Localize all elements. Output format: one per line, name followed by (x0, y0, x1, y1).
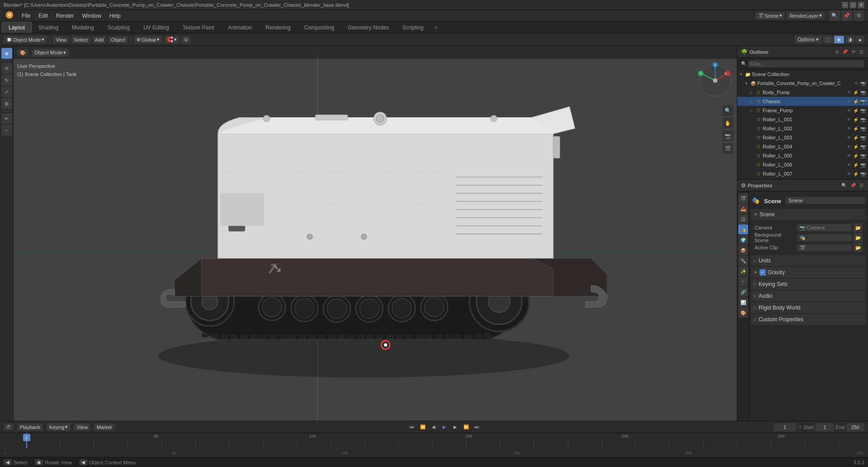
zoom-in-button[interactable]: 🔍 (722, 105, 733, 116)
camera-view[interactable]: 📷 (722, 130, 733, 141)
jump-next-frame-button[interactable]: ▶ (451, 423, 460, 432)
timeline-view-menu[interactable]: View (74, 424, 90, 431)
chassis-eye[interactable]: 👁 (846, 99, 852, 105)
outliner-item-roller-l-003[interactable]: ▽ Roller_L_003 👁 ⚡ 📷 (737, 133, 868, 142)
next-keyframe-button[interactable]: ⏩ (462, 423, 471, 432)
background-scene-browse-btn[interactable]: 📂 (854, 233, 863, 242)
prop-tab-world[interactable]: 🌍 (738, 235, 748, 245)
close-button[interactable]: ✕ (858, 2, 864, 8)
object-mode-selector[interactable]: Object Mode ▾ (32, 49, 69, 57)
tab-rendering[interactable]: Rendering (259, 22, 297, 33)
transform-orientation[interactable]: ⊕ Global ▾ (134, 36, 162, 43)
scene-name-input[interactable]: Scene (786, 197, 865, 204)
select-menu[interactable]: Select (71, 36, 90, 43)
outliner-item-frame-pump[interactable]: ▷ ▽ Frame_Pump 👁 ⚡ 📷 (737, 106, 868, 115)
view-menu[interactable]: View (53, 36, 69, 43)
measure-tool[interactable]: ↔ (1, 125, 12, 136)
prop-tab-view-layer[interactable]: 🖼 (738, 214, 748, 224)
vis-render-icon[interactable]: 📷 (860, 81, 866, 86)
units-section-header[interactable]: ▷ Units (751, 255, 866, 266)
properties-pin-icon[interactable]: 📌 (849, 182, 857, 189)
camera-browse-btn[interactable]: 📂 (854, 223, 863, 232)
wireframe-shading[interactable]: ⬚ (823, 36, 833, 43)
keying-sets-section-header[interactable]: ▷ Keying Sets (751, 279, 866, 290)
prev-keyframe-button[interactable]: ⏪ (418, 423, 427, 432)
current-frame-input[interactable]: 1 (774, 423, 796, 431)
viewport[interactable]: 🎨 Object Mode ▾ User Perspective (1) Sce… (14, 46, 737, 421)
prop-tab-material[interactable]: 🎨 (738, 308, 748, 318)
jump-end-button[interactable]: ⏭ (472, 423, 481, 432)
properties-search-icon[interactable]: 🔍 (840, 182, 848, 189)
active-clip-browse-btn[interactable]: 📂 (854, 243, 863, 252)
menu-help[interactable]: Help (106, 12, 124, 20)
tab-modeling[interactable]: Modeling (65, 22, 101, 33)
tab-layout[interactable]: Layout (2, 22, 32, 33)
body-pump-render[interactable]: ⚡ (853, 90, 859, 95)
outliner-item-chassis[interactable]: ▷ ▽ Chassis 👁 ⚡ 📷 (737, 97, 868, 106)
minimize-button[interactable]: ─ (842, 2, 848, 8)
timeline-marker-menu[interactable]: Marker (94, 424, 115, 431)
chassis-cam[interactable]: 📷 (860, 99, 866, 105)
frame-pump-cam[interactable]: 📷 (860, 108, 866, 114)
rigid-body-world-section-header[interactable]: ▷ Rigid Body World (751, 302, 866, 313)
add-workspace-button[interactable]: + (430, 22, 442, 33)
rendered-shading[interactable]: ● (856, 36, 864, 43)
body-pump-cam[interactable]: 📷 (860, 90, 866, 95)
active-clip-value[interactable]: 🎬 (797, 244, 852, 251)
tab-uv-editing[interactable]: UV Editing (137, 22, 176, 33)
tab-scripting[interactable]: Scripting (396, 22, 430, 33)
mode-switcher[interactable]: 🔲 Object Mode ▾ (4, 36, 47, 43)
body-pump-eye[interactable]: 👁 (846, 90, 852, 95)
background-scene-value[interactable]: 🎭 (797, 234, 852, 241)
vis-eye-icon[interactable]: 👁 (854, 81, 859, 86)
frame-pump-eye[interactable]: 👁 (846, 108, 852, 114)
menu-edit[interactable]: Edit (35, 12, 52, 20)
solid-shading[interactable]: ◉ (834, 36, 844, 43)
outliner-item-body-pump[interactable]: ▷ ▽ Body_Pump 👁 ⚡ 📷 (737, 88, 868, 97)
jump-start-button[interactable]: ⏮ (407, 423, 416, 432)
tab-texture-paint[interactable]: Texture Paint (176, 22, 221, 33)
properties-settings-icon[interactable]: ☰ (859, 182, 864, 189)
gravity-enabled-checkbox[interactable]: ✓ (760, 269, 766, 276)
outliner-item-scene-collection[interactable]: ▼ 📁 Scene Collection (737, 70, 868, 79)
prop-tab-data[interactable]: 📊 (738, 297, 748, 307)
render-preview[interactable]: 🎬 (722, 143, 733, 154)
timeline-playback-menu[interactable]: Playback (17, 424, 43, 431)
jump-prev-frame-button[interactable]: ◀ (429, 423, 438, 432)
outliner-item-portable-concrete[interactable]: ▼ 📦 Portable_Concrete_Pump_on_Crawler_C … (737, 79, 868, 88)
prop-tab-constraints[interactable]: 🔗 (738, 287, 748, 297)
prop-tab-object[interactable]: 📦 (738, 245, 748, 255)
blender-logo-menu[interactable]: B (2, 10, 17, 21)
viewport-options[interactable]: Options ▾ (795, 36, 821, 43)
prop-tab-output[interactable]: 📤 (738, 204, 748, 214)
scene-section-header[interactable]: ▼ Scene (751, 209, 866, 220)
tab-shading[interactable]: Shading (32, 22, 65, 33)
gizmo-svg[interactable]: X Y Z (697, 62, 733, 99)
start-frame-input[interactable]: 1 (816, 423, 834, 431)
tab-geometry-nodes[interactable]: Geometry Nodes (341, 22, 396, 33)
outliner-item-roller-l-004[interactable]: ▽ Roller_L_004 👁 ⚡ 📷 (737, 142, 868, 151)
outliner-search-input[interactable] (748, 60, 864, 67)
outliner-item-roller-l-007[interactable]: ▽ Roller_L_007 👁 ⚡ 📷 (737, 169, 868, 178)
timeline-keying-menu[interactable]: Keying ▾ (47, 423, 71, 431)
scale-tool[interactable]: ⤢ (1, 86, 12, 97)
cursor-tool[interactable]: ⊕ (1, 48, 12, 59)
prop-tab-physics[interactable]: ⚛ (738, 276, 748, 286)
hand-tool[interactable]: ✋ (722, 118, 733, 129)
tab-sculpting[interactable]: Sculpting (101, 22, 137, 33)
maximize-button[interactable]: □ (850, 2, 856, 8)
menu-render[interactable]: Render (52, 12, 77, 20)
frame-pump-render[interactable]: ⚡ (853, 108, 859, 114)
outliner-settings-icon[interactable]: ☰ (859, 48, 864, 56)
audio-section-header[interactable]: ▷ Audio (751, 291, 866, 301)
timeline-editor-type[interactable]: ⏱ (4, 424, 14, 430)
snap-button[interactable]: 🧲 ▾ (164, 36, 179, 43)
material-preview[interactable]: ◑ (845, 36, 855, 43)
outliner-item-roller-l-005[interactable]: ▽ Roller_L_005 👁 ⚡ 📷 (737, 151, 868, 160)
prop-tab-particles[interactable]: ✨ (738, 266, 748, 276)
outliner-item-roller-l-002[interactable]: ▽ Roller_L_002 👁 ⚡ 📷 (737, 124, 868, 133)
proportional-editing[interactable]: ⊙ (181, 36, 191, 43)
timeline-ruler[interactable]: 1 50 100 150 200 250 (0, 433, 868, 457)
rotate-tool[interactable]: ↻ (1, 75, 12, 86)
move-tool[interactable]: ✛ (1, 63, 12, 74)
